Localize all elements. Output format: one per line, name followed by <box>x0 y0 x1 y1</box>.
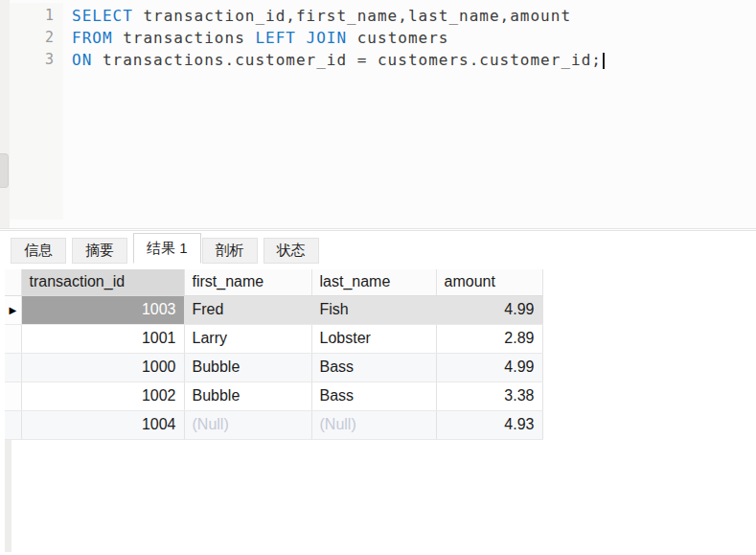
cell-last_name[interactable]: Lobster <box>311 324 436 353</box>
cell-first_name[interactable]: Bubble <box>184 353 311 382</box>
grid-corner-cell[interactable] <box>5 269 21 295</box>
sql-keyword: LEFT JOIN <box>255 29 347 47</box>
sql-code-area[interactable]: SELECT transaction_id,first_name,last_na… <box>72 5 605 71</box>
cell-amount[interactable]: 4.99 <box>436 295 542 324</box>
column-header-amount[interactable]: amount <box>436 269 542 295</box>
cell-transaction_id[interactable]: 1000 <box>21 353 184 382</box>
line-number: 1 <box>10 5 63 27</box>
cell-last_name[interactable]: Bass <box>311 353 436 382</box>
line-number: 3 <box>10 49 63 71</box>
table-row: ▶1003FredFish4.99 <box>5 295 542 324</box>
cell-amount[interactable]: 4.99 <box>436 353 542 382</box>
cell-last_name[interactable]: Fish <box>311 295 436 324</box>
cell-transaction_id[interactable]: 1004 <box>21 410 184 439</box>
column-header-last_name[interactable]: last_name <box>311 269 436 295</box>
grid-header-row: transaction_idfirst_namelast_nameamount <box>5 269 542 295</box>
cell-first_name[interactable]: Fred <box>184 295 311 324</box>
sql-text: transactions.customer_id = customers.cus… <box>92 51 602 69</box>
cell-first_name[interactable]: Bubble <box>184 382 311 410</box>
sql-query-window: 123 SELECT transaction_id,first_name,las… <box>0 0 756 555</box>
cell-transaction_id[interactable]: 1003 <box>21 295 184 324</box>
cell-first_name[interactable]: Larry <box>184 324 311 353</box>
table-row: 1001LarryLobster2.89 <box>5 324 542 353</box>
cell-last_name[interactable]: (Null) <box>311 410 436 439</box>
sql-text: transaction_id,first_name,last_name,amou… <box>133 7 571 25</box>
row-header-cell[interactable] <box>5 410 21 439</box>
grid-left-rail <box>5 440 11 552</box>
cell-amount[interactable]: 4.93 <box>436 410 542 439</box>
table-row: 1002BubbleBass3.38 <box>5 382 542 410</box>
table-row: 1004(Null)(Null)4.93 <box>5 410 542 439</box>
results-pane: transaction_idfirst_namelast_nameamount … <box>5 269 543 440</box>
sidebar-splitter-handle[interactable] <box>0 153 9 188</box>
cell-transaction_id[interactable]: 1002 <box>21 382 184 410</box>
sql-keyword: ON <box>72 51 92 69</box>
code-line: ON transactions.customer_id = customers.… <box>72 49 605 71</box>
tab-item-1[interactable]: 摘要 <box>72 238 127 264</box>
table-row: 1000BubbleBass4.99 <box>5 353 542 382</box>
line-number: 2 <box>10 27 63 49</box>
sql-text: customers <box>347 29 448 47</box>
cell-transaction_id[interactable]: 1001 <box>21 324 184 353</box>
code-line: FROM transactions LEFT JOIN customers <box>72 27 605 49</box>
column-header-first_name[interactable]: first_name <box>184 269 311 295</box>
sql-editor[interactable]: 123 SELECT transaction_id,first_name,las… <box>0 0 756 229</box>
cell-first_name[interactable]: (Null) <box>184 410 311 439</box>
left-edge-strip <box>0 0 10 228</box>
sql-keyword: SELECT <box>72 7 133 25</box>
row-header-cell[interactable] <box>5 324 21 353</box>
result-tabbar: 信息摘要结果 1剖析状态 <box>0 230 756 264</box>
column-header-transaction_id[interactable]: transaction_id <box>21 269 184 295</box>
cell-amount[interactable]: 3.38 <box>436 382 542 410</box>
text-cursor <box>603 53 605 69</box>
cell-amount[interactable]: 2.89 <box>436 324 542 353</box>
results-grid[interactable]: transaction_idfirst_namelast_nameamount … <box>5 269 543 440</box>
tab-results[interactable]: 结果 1 <box>133 233 201 264</box>
tab-item-0[interactable]: 信息 <box>11 238 66 264</box>
row-header-cell[interactable] <box>5 382 21 410</box>
code-line: SELECT transaction_id,first_name,last_na… <box>72 5 605 27</box>
tab-item-4[interactable]: 状态 <box>263 238 319 264</box>
sql-text: transactions <box>113 29 256 47</box>
row-header-cell[interactable] <box>5 353 21 382</box>
line-number-gutter: 123 <box>10 3 63 220</box>
tab-item-3[interactable]: 剖析 <box>202 238 258 264</box>
cell-last_name[interactable]: Bass <box>311 382 436 410</box>
sql-keyword: FROM <box>72 29 113 47</box>
current-row-marker[interactable]: ▶ <box>5 295 21 324</box>
